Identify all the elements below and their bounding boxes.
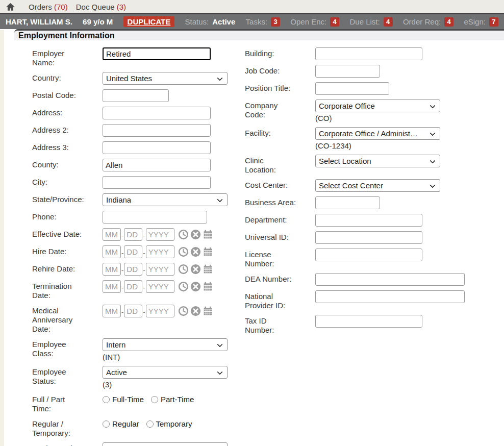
clinic-location-select[interactable]: Select Location bbox=[315, 155, 440, 167]
rehire-date-mm-input[interactable] bbox=[103, 263, 121, 276]
work-location-select[interactable]: Select Location bbox=[103, 442, 228, 446]
business-area-input[interactable] bbox=[315, 196, 380, 209]
license-number-input[interactable] bbox=[315, 249, 422, 261]
country-select-value: United States bbox=[106, 74, 152, 83]
clear-date-icon[interactable] bbox=[190, 229, 201, 240]
orders-link[interactable]: Orders (70) bbox=[29, 3, 68, 11]
regular-option[interactable]: Regular bbox=[103, 419, 139, 428]
company-code-select[interactable]: Corporate Office bbox=[315, 100, 440, 112]
country-label: Country: bbox=[32, 72, 90, 85]
state-select[interactable]: Indiana bbox=[103, 193, 228, 206]
field-row-regular-temporary: Regular / Temporary: Regular Temporary bbox=[32, 418, 239, 438]
calendar-icon[interactable] bbox=[203, 246, 213, 257]
open-enc-label: Open Enc: bbox=[290, 17, 326, 26]
part-time-radio[interactable] bbox=[151, 396, 158, 403]
effective-date-label: Effective Date: bbox=[32, 228, 90, 241]
employee-status-select[interactable]: Active bbox=[103, 366, 228, 379]
part-time-option[interactable]: Part-Time bbox=[151, 395, 194, 404]
work-location-label: Work Location: bbox=[32, 442, 90, 446]
termination-date-mm-input[interactable] bbox=[103, 280, 121, 293]
county-input[interactable] bbox=[103, 159, 211, 171]
temporary-radio[interactable] bbox=[146, 420, 154, 428]
field-row-full-part-time: Full / Part Time: Full-Time Part-Time bbox=[32, 393, 239, 413]
full-time-radio[interactable] bbox=[103, 396, 110, 403]
due-list-badge[interactable]: 4 bbox=[384, 17, 393, 27]
field-row-phone: Phone: bbox=[32, 211, 239, 224]
building-input[interactable] bbox=[315, 47, 422, 60]
effective-date-yyyy-input[interactable] bbox=[146, 228, 174, 241]
position-title-input[interactable] bbox=[315, 82, 389, 95]
doc-queue-link[interactable]: Doc Queue (3) bbox=[76, 3, 126, 11]
calendar-icon[interactable] bbox=[203, 306, 213, 316]
calendar-icon[interactable] bbox=[203, 281, 213, 292]
clock-icon[interactable] bbox=[178, 281, 189, 292]
clock-icon[interactable] bbox=[178, 264, 189, 275]
clock-icon[interactable] bbox=[178, 229, 189, 240]
clear-date-icon[interactable] bbox=[190, 246, 201, 257]
medical-anniversary-date-mm-input[interactable] bbox=[103, 305, 121, 317]
tasks-badge[interactable]: 3 bbox=[271, 17, 280, 27]
hire-date-dd-input[interactable] bbox=[124, 245, 142, 258]
doc-queue-count: (3) bbox=[117, 3, 126, 11]
effective-date-dd-input[interactable] bbox=[124, 228, 142, 241]
chevron-down-icon bbox=[430, 103, 435, 108]
city-input[interactable] bbox=[103, 176, 211, 189]
address2-input[interactable] bbox=[103, 124, 211, 137]
clock-icon[interactable] bbox=[178, 246, 189, 257]
clear-date-icon[interactable] bbox=[190, 281, 201, 292]
facility-select[interactable]: Corporate Office / Administ… bbox=[315, 127, 440, 140]
city-label: City: bbox=[32, 176, 90, 189]
tasks-group[interactable]: Tasks: 3 bbox=[246, 17, 281, 27]
national-provider-id-input[interactable] bbox=[315, 290, 465, 303]
medical-anniversary-date-yyyy-input[interactable] bbox=[146, 305, 174, 317]
order-req-group[interactable]: Order Req: 4 bbox=[403, 17, 453, 27]
open-enc-badge[interactable]: 4 bbox=[330, 17, 339, 27]
hire-date-yyyy-input[interactable] bbox=[146, 245, 174, 258]
job-code-input[interactable] bbox=[315, 65, 380, 78]
universal-id-input[interactable] bbox=[315, 231, 422, 244]
tax-id-number-input[interactable] bbox=[315, 315, 422, 328]
clear-date-icon[interactable] bbox=[190, 306, 201, 316]
esign-badge[interactable]: 7 bbox=[489, 17, 498, 27]
medical-anniversary-date-dd-input[interactable] bbox=[124, 305, 142, 317]
position-title-label: Position Title: bbox=[245, 82, 303, 95]
clock-icon[interactable] bbox=[178, 306, 189, 316]
dea-number-input[interactable] bbox=[315, 273, 465, 286]
order-req-badge[interactable]: 4 bbox=[444, 17, 453, 27]
address3-input[interactable] bbox=[103, 141, 211, 154]
due-list-group[interactable]: Due List: 4 bbox=[349, 17, 392, 27]
regular-radio[interactable] bbox=[103, 420, 110, 428]
postal-code-input[interactable] bbox=[103, 89, 169, 102]
termination-date-dd-input[interactable] bbox=[124, 280, 142, 293]
address-input[interactable] bbox=[103, 107, 211, 119]
calendar-icon[interactable] bbox=[203, 229, 213, 240]
home-icon[interactable] bbox=[5, 2, 15, 12]
field-row-city: City: bbox=[32, 176, 239, 189]
country-select[interactable]: United States bbox=[103, 72, 228, 85]
phone-input[interactable] bbox=[103, 211, 207, 224]
full-time-option[interactable]: Full-Time bbox=[103, 395, 144, 404]
field-row-hire-date: Hire Date: - - bbox=[32, 245, 239, 258]
esign-group[interactable]: eSign: 7 bbox=[464, 17, 498, 27]
calendar-icon[interactable] bbox=[203, 264, 213, 275]
hire-date-label: Hire Date: bbox=[32, 245, 90, 258]
employee-class-label: Employee Class: bbox=[32, 338, 90, 361]
clear-date-icon[interactable] bbox=[190, 264, 201, 275]
due-list-label: Due List: bbox=[349, 17, 380, 26]
termination-date-yyyy-input[interactable] bbox=[146, 280, 174, 293]
employee-class-select[interactable]: Intern bbox=[103, 338, 228, 351]
effective-date-mm-input[interactable] bbox=[103, 228, 121, 241]
rehire-date-yyyy-input[interactable] bbox=[146, 263, 174, 276]
phone-label: Phone: bbox=[32, 211, 90, 224]
duplicate-button[interactable]: DUPLICATE bbox=[123, 16, 175, 27]
employee-class-select-value: Intern bbox=[106, 340, 125, 349]
license-number-label: License Number: bbox=[245, 249, 303, 268]
field-row-job-code: Job Code: bbox=[245, 65, 504, 78]
employer-name-input[interactable] bbox=[103, 47, 211, 60]
rehire-date-dd-input[interactable] bbox=[124, 263, 142, 276]
temporary-option[interactable]: Temporary bbox=[146, 419, 192, 428]
cost-center-select[interactable]: Select Cost Center bbox=[315, 179, 440, 192]
hire-date-mm-input[interactable] bbox=[103, 245, 121, 258]
open-enc-group[interactable]: Open Enc: 4 bbox=[290, 17, 339, 27]
department-input[interactable] bbox=[315, 214, 422, 227]
